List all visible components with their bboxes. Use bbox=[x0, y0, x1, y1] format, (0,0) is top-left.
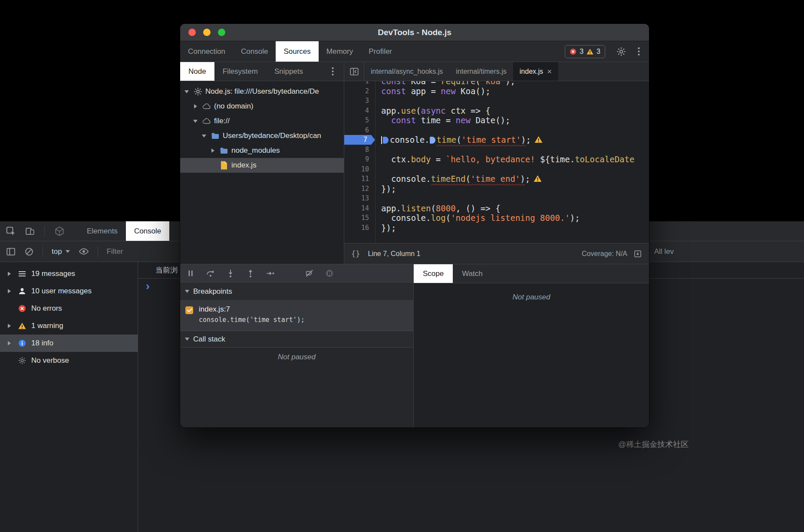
navigator-toggle-icon[interactable] bbox=[344, 62, 364, 81]
code-line-15[interactable]: console.log('nodejs listening 8000.'); bbox=[381, 213, 649, 223]
navigator-tab-node[interactable]: Node bbox=[180, 62, 214, 81]
line-number[interactable]: 16 bbox=[344, 223, 375, 233]
breakpoint-line-number[interactable]: 7 bbox=[344, 135, 375, 145]
line-number[interactable]: 8 bbox=[344, 145, 375, 155]
code-line-3[interactable] bbox=[381, 96, 649, 106]
pause-icon[interactable] bbox=[186, 269, 195, 278]
code-editor[interactable]: 12345678910111213141516 const Koa = requ… bbox=[344, 81, 649, 243]
sidebar-item-1-warning[interactable]: 1 warning bbox=[0, 317, 138, 335]
tree-item-node-modules[interactable]: node_modules bbox=[180, 143, 344, 158]
debugger-tab-scope[interactable]: Scope bbox=[414, 264, 453, 283]
navigator-tab-snippets[interactable]: Snippets bbox=[266, 62, 311, 81]
line-number[interactable]: 1 bbox=[344, 81, 375, 86]
navigator-more-icon[interactable] bbox=[331, 67, 334, 76]
sidebar-item-no-verbose[interactable]: No verbose bbox=[0, 352, 138, 369]
expand-icon[interactable] bbox=[191, 104, 199, 108]
code-line-14[interactable]: app.listen(8000, () => { bbox=[381, 204, 649, 213]
line-number[interactable]: 4 bbox=[344, 106, 375, 116]
line-number[interactable]: 6 bbox=[344, 125, 375, 135]
tree-item-file[interactable]: file:// bbox=[180, 114, 344, 128]
code-line-16[interactable]: }); bbox=[381, 223, 649, 233]
tab-connection[interactable]: Connection bbox=[180, 41, 233, 62]
sidebar-item-10-user-messages[interactable]: 10 user messages bbox=[0, 282, 138, 300]
collapse-icon[interactable] bbox=[200, 135, 208, 138]
log-level-dropdown[interactable]: All lev bbox=[654, 247, 674, 256]
inline-breakpoint-marker[interactable] bbox=[383, 137, 389, 144]
panel-tab-elements[interactable]: Elements bbox=[79, 221, 126, 241]
file-tab-index-js[interactable]: index.js× bbox=[513, 62, 558, 81]
code-line-2[interactable]: const app = new Koa(); bbox=[381, 86, 649, 96]
code-line-9[interactable]: ctx.body = `hello, bytedance! ${time.toL… bbox=[381, 154, 649, 164]
line-number[interactable]: 14 bbox=[344, 204, 375, 213]
expand-icon[interactable] bbox=[5, 341, 13, 345]
line-number[interactable]: 11 bbox=[344, 174, 375, 184]
issues-badge[interactable]: 3 3 bbox=[565, 45, 605, 58]
step-out-icon[interactable] bbox=[246, 269, 255, 278]
close-tab-icon[interactable]: × bbox=[547, 67, 552, 76]
device-toolbar-icon[interactable] bbox=[25, 227, 35, 236]
frame-context-dropdown[interactable]: top bbox=[52, 247, 70, 256]
tab-memory[interactable]: Memory bbox=[319, 41, 361, 62]
console-sidebar-toggle-icon[interactable] bbox=[6, 247, 16, 256]
code-line-10[interactable] bbox=[381, 164, 649, 174]
pretty-print-icon[interactable]: {} bbox=[351, 250, 360, 258]
file-tab-internal-async-hooks-js[interactable]: internal/async_hooks.js bbox=[364, 62, 449, 81]
tab-profiler[interactable]: Profiler bbox=[361, 41, 400, 62]
code-line-1[interactable]: const Koa = require('koa'); bbox=[381, 81, 649, 86]
inline-breakpoint-marker[interactable] bbox=[430, 137, 435, 144]
expand-icon[interactable] bbox=[5, 289, 13, 293]
sidebar-item-19-messages[interactable]: 19 messages bbox=[0, 265, 138, 282]
code-line-6[interactable] bbox=[381, 125, 649, 135]
zoom-button[interactable] bbox=[218, 29, 225, 36]
titlebar[interactable]: DevTools - Node.js bbox=[180, 24, 649, 41]
line-number[interactable]: 2 bbox=[344, 86, 375, 96]
pause-on-exceptions-icon[interactable] bbox=[325, 269, 334, 278]
breakpoint-checkbox[interactable] bbox=[185, 306, 193, 314]
line-number[interactable]: 13 bbox=[344, 194, 375, 204]
panel-tab-console[interactable]: Console bbox=[126, 221, 169, 241]
line-number[interactable]: 12 bbox=[344, 184, 375, 194]
expand-icon[interactable] bbox=[209, 148, 217, 153]
breakpoint-entry[interactable]: index.js:7 console.time('time start'); bbox=[180, 301, 413, 331]
code-line-5[interactable]: const time = new Date(); bbox=[381, 115, 649, 125]
minimize-button[interactable] bbox=[203, 29, 211, 36]
live-expression-eye-icon[interactable] bbox=[79, 248, 89, 255]
collapse-icon[interactable] bbox=[183, 90, 191, 93]
deactivate-breakpoints-icon[interactable] bbox=[305, 269, 314, 278]
code-line-13[interactable] bbox=[381, 194, 649, 204]
tab-sources[interactable]: Sources bbox=[276, 41, 318, 62]
callstack-section-header[interactable]: Call stack bbox=[180, 331, 413, 348]
expand-icon[interactable] bbox=[5, 324, 13, 328]
step-icon[interactable] bbox=[266, 269, 275, 278]
coverage-panel-icon[interactable] bbox=[633, 250, 642, 258]
sidebar-item-no-errors[interactable]: No errors bbox=[0, 300, 138, 317]
line-number[interactable]: 3 bbox=[344, 96, 375, 106]
line-number[interactable]: 15 bbox=[344, 213, 375, 223]
expand-icon[interactable] bbox=[5, 272, 13, 276]
step-over-icon[interactable] bbox=[206, 269, 215, 278]
tree-item-node-js-file-users-bytedance-de[interactable]: Node.js: file:///Users/bytedance/De bbox=[180, 84, 344, 99]
tree-item-no-domain[interactable]: (no domain) bbox=[180, 99, 344, 114]
line-number[interactable]: 10 bbox=[344, 164, 375, 174]
clear-console-icon[interactable] bbox=[24, 247, 34, 256]
sidebar-item-18-info[interactable]: 18 info bbox=[0, 335, 138, 352]
close-button[interactable] bbox=[188, 29, 196, 36]
breakpoints-section-header[interactable]: Breakpoints bbox=[180, 282, 413, 301]
code-line-7[interactable]: console.time('time start'); bbox=[381, 135, 649, 145]
more-options-icon[interactable] bbox=[637, 47, 640, 56]
line-number[interactable]: 9 bbox=[344, 154, 375, 164]
code-line-12[interactable]: }); bbox=[381, 184, 649, 194]
collapse-icon[interactable] bbox=[191, 120, 199, 123]
tree-item-index-js[interactable]: index.js bbox=[180, 158, 344, 173]
code-line-4[interactable]: app.use(async ctx => { bbox=[381, 106, 649, 116]
tree-item-users-bytedance-desktop-can[interactable]: Users/bytedance/Desktop/can bbox=[180, 128, 344, 143]
debugger-tab-watch[interactable]: Watch bbox=[453, 264, 492, 283]
tab-console[interactable]: Console bbox=[233, 41, 276, 62]
line-number[interactable]: 5 bbox=[344, 115, 375, 125]
code-line-11[interactable]: console.timeEnd('time end'); bbox=[381, 174, 649, 184]
file-tab-internal-timers-js[interactable]: internal/timers.js bbox=[449, 62, 513, 81]
inspect-element-icon[interactable] bbox=[6, 227, 16, 236]
cube-panel-icon[interactable] bbox=[54, 226, 65, 236]
step-into-icon[interactable] bbox=[226, 269, 235, 278]
code-line-8[interactable] bbox=[381, 145, 649, 155]
